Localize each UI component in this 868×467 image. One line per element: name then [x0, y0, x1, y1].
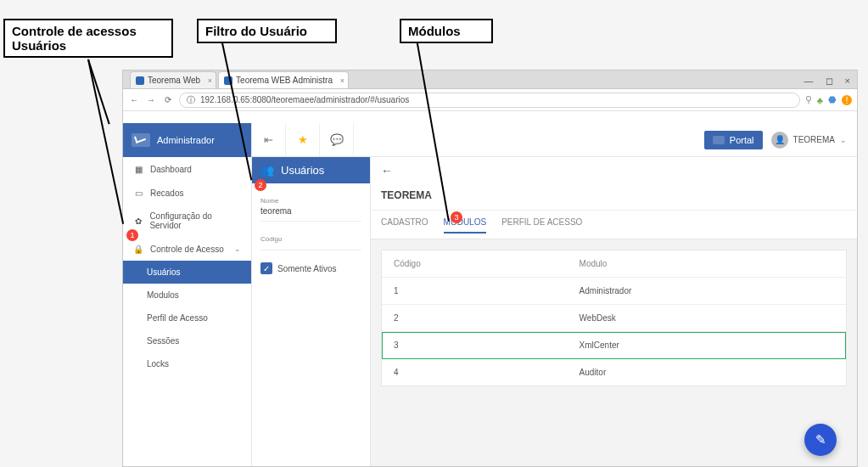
browser-window: Teorema Web × Teorema WEB Administra × —…	[122, 70, 858, 467]
brand-header: Administrador	[123, 123, 251, 157]
filter-nome-input[interactable]: teorema	[260, 205, 361, 222]
favicon-icon	[136, 76, 144, 85]
favorite-button[interactable]: ★	[286, 123, 320, 157]
sidebar-item-label: Dashboard	[150, 165, 192, 174]
detail-tabs: CADASTRO MÓDULOS PERFIL DE ACESSO	[371, 210, 857, 239]
col-codigo: Código	[382, 250, 568, 278]
filter-somente-ativos-label: Somente Ativos	[277, 264, 336, 273]
checkbox-checked-icon: ✓	[260, 262, 272, 274]
cell-modulo: XmlCenter	[568, 332, 846, 359]
filter-codigo-input[interactable]	[260, 243, 361, 250]
cell-modulo: Auditor	[568, 359, 846, 386]
chevron-down-icon: ⌄	[234, 245, 241, 253]
extension-icon[interactable]: ⬣	[828, 94, 837, 105]
sidebar-item-config-servidor[interactable]: ✿ Configuração do Servidor	[123, 205, 251, 237]
back-button[interactable]: ←	[381, 164, 393, 177]
extension-icon[interactable]: ♣	[817, 95, 823, 105]
filter-somente-ativos[interactable]: ✓ Somente Ativos	[260, 262, 361, 274]
sidebar-sub-perfil-acesso[interactable]: Perfil de Acesso	[123, 307, 251, 329]
sidebar-item-recados[interactable]: ▭ Recados	[123, 181, 251, 205]
lock-icon: 🔒	[133, 244, 143, 254]
callout-modulos: Módulos	[400, 19, 493, 43]
extension-icon[interactable]: ⚲	[805, 94, 812, 105]
badge-3: 3	[451, 211, 462, 223]
table-row[interactable]: 4 Auditor	[382, 359, 846, 386]
tab-label: Teorema WEB Administra	[236, 76, 333, 85]
url-text: 192.168.0.65:8080/teoremaee/administrado…	[200, 95, 409, 104]
browser-tab[interactable]: Teorema Web ×	[130, 71, 216, 88]
user-name: TEOREMA	[793, 135, 835, 144]
badge-1: 1	[126, 229, 138, 241]
sidebar-item-label: Recados	[150, 188, 183, 198]
users-icon: 👥	[260, 164, 274, 177]
tab-label: CADASTRO	[381, 217, 428, 227]
brand-title: Administrador	[157, 135, 215, 145]
url-field[interactable]: ⓘ 192.168.0.65:8080/teoremaee/administra…	[179, 93, 800, 108]
filter-panel: 👥 Usuários Nome teorema Código ✓ Somente…	[252, 157, 371, 466]
tab-label: Teorema Web	[148, 76, 200, 85]
cell-modulo: Administrador	[568, 278, 846, 305]
sidebar: Administrador ▦ Dashboard ▭ Recados ✿ Co…	[123, 123, 252, 466]
cell-codigo: 1	[382, 278, 568, 305]
tab-perfil-acesso[interactable]: PERFIL DE ACESSO	[501, 217, 582, 234]
pencil-icon: ✎	[815, 432, 826, 447]
tab-label: MÓDULOS	[444, 217, 487, 227]
app-root: Administrador ▦ Dashboard ▭ Recados ✿ Co…	[123, 123, 857, 466]
sidebar-item-label: Controle de Acesso	[150, 245, 224, 254]
table-row-highlighted[interactable]: 3 XmlCenter	[382, 332, 846, 359]
col-modulo: Modulo	[568, 250, 846, 278]
chevron-down-icon: ⌄	[840, 136, 847, 144]
callout-filtro-usuario: Filtro do Usuário	[197, 19, 337, 43]
close-icon[interactable]: ×	[340, 76, 344, 85]
user-menu[interactable]: 👤 TEOREMA ⌄	[771, 132, 847, 149]
sidebar-sub-label: Perfil de Acesso	[147, 313, 208, 323]
cell-modulo: WebDesk	[568, 305, 846, 332]
sidebar-sub-label: Sessões	[147, 336, 179, 346]
sidebar-sub-locks[interactable]: Locks	[123, 352, 251, 375]
window-close-icon[interactable]: ×	[845, 76, 850, 87]
message-icon: ▭	[133, 188, 143, 198]
browser-tab-active[interactable]: Teorema WEB Administra ×	[218, 71, 349, 88]
chat-button[interactable]: 💬	[320, 123, 354, 157]
addressbar-actions: ⚲ ♣ ⬣ !	[805, 94, 852, 105]
info-icon: ⓘ	[187, 94, 195, 106]
nav-reload-icon[interactable]: ⟳	[162, 95, 174, 104]
sidebar-item-controle-acesso[interactable]: 🔒 Controle de Acesso ⌄	[123, 237, 251, 261]
warning-badge-icon[interactable]: !	[842, 95, 852, 105]
sidebar-sub-label: Modulos	[147, 290, 179, 300]
sidebar-item-dashboard[interactable]: ▦ Dashboard	[123, 157, 251, 181]
sidebar-sub-sessoes[interactable]: Sessões	[123, 329, 251, 352]
table-row[interactable]: 1 Administrador	[382, 278, 846, 305]
cell-codigo: 2	[382, 305, 568, 332]
tab-label: PERFIL DE ACESSO	[501, 217, 582, 227]
sidebar-sub-label: Usuários	[147, 267, 180, 277]
cell-codigo: 4	[382, 359, 568, 386]
badge-2: 2	[255, 179, 266, 191]
sidebar-sub-usuarios[interactable]: Usuários	[123, 261, 251, 284]
tab-modulos[interactable]: MÓDULOS	[444, 217, 487, 234]
sidebar-sub-modulos[interactable]: Modulos	[123, 284, 251, 307]
filter-nome-label: Nome	[260, 197, 361, 205]
collapse-sidebar-button[interactable]: ⇤	[252, 123, 286, 157]
sidebar-item-label: Configuração do Servidor	[149, 211, 241, 230]
filter-codigo-label: Código	[260, 235, 361, 243]
sidebar-sub-label: Locks	[147, 359, 169, 369]
browser-tabstrip: Teorema Web × Teorema WEB Administra × —…	[123, 70, 857, 89]
avatar-icon: 👤	[771, 132, 788, 149]
filter-body: Nome teorema Código ✓ Somente Ativos	[252, 183, 370, 283]
detail-panel: ← TEOREMA CADASTRO MÓDULOS PERFIL DE AC	[371, 157, 857, 466]
tab-cadastro[interactable]: CADASTRO	[381, 217, 428, 234]
window-minimize-icon[interactable]: —	[804, 76, 814, 87]
nav-back-icon[interactable]: ←	[128, 95, 140, 104]
window-maximize-icon[interactable]: ◻	[826, 76, 833, 87]
callout-controle-acessos: Controle de acessos Usuários	[3, 19, 173, 58]
fab-edit-button[interactable]: ✎	[804, 424, 837, 456]
filter-title: Usuários	[281, 164, 324, 177]
nav-forward-icon[interactable]: →	[145, 95, 157, 104]
portal-logo-icon	[713, 136, 725, 144]
main-column: ⇤ ★ 💬 Portal 👤 TEOREMA ⌄	[252, 123, 857, 466]
table-row[interactable]: 2 WebDesk	[382, 305, 846, 332]
portal-button[interactable]: Portal	[704, 131, 763, 149]
content-split: 👥 Usuários Nome teorema Código ✓ Somente…	[252, 157, 857, 466]
close-icon[interactable]: ×	[208, 76, 212, 85]
